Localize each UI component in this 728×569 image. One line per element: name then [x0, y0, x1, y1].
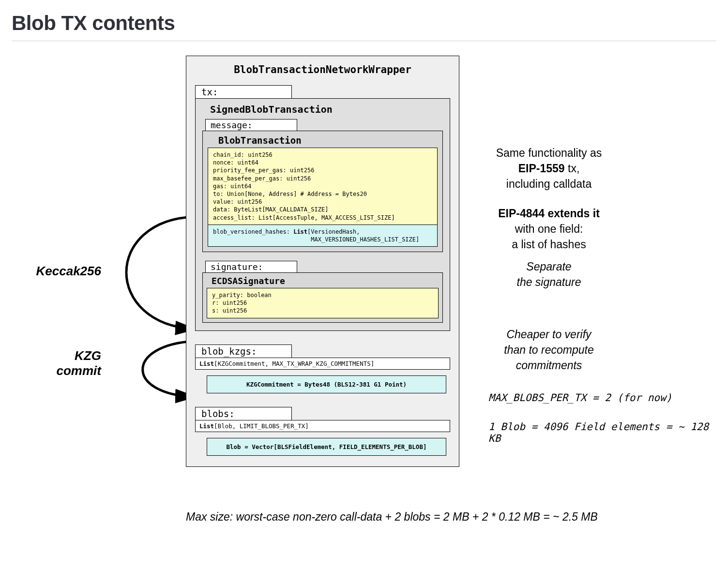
- note-text: the signature: [517, 276, 581, 288]
- ecdsa-box: ECDSASignature y_parity: boolean r: uint…: [202, 272, 443, 323]
- note-separate-sig: Separate the signature: [496, 259, 602, 290]
- note-text: Cheaper to verify: [506, 328, 591, 341]
- tx-label: tx:: [195, 85, 292, 99]
- ecdsa-title: ECDSASignature: [212, 276, 439, 286]
- blobtx-box: BlobTransaction chain_id: uint256 nonce:…: [202, 131, 443, 252]
- note-text: than to recompute: [504, 344, 593, 356]
- note-eip1559: Same functionality as EIP-1559 tx, inclu…: [476, 145, 622, 192]
- diagram-stage: Keccak256 KZG commit BlobTransactionNetw…: [12, 56, 716, 539]
- wrapper-box: BlobTransactionNetworkWrapper tx: Signed…: [186, 56, 459, 467]
- signature-label: signature:: [205, 261, 297, 273]
- blob-def: Blob = Vector[BLSFieldElement, FIELD_ELE…: [207, 438, 446, 456]
- note-eip4844: EIP-4844 extends it with one field: a li…: [476, 206, 622, 253]
- note-max-size: Max size: worst-case non-zero call-data …: [186, 510, 622, 524]
- note-text: including calldata: [506, 178, 592, 190]
- label-keccak256: Keccak256: [12, 264, 101, 279]
- note-bold: EIP-4844 extends it: [498, 207, 600, 220]
- note-text: Separate: [526, 260, 571, 273]
- note-cheaper-verify: Cheaper to verify than to recompute comm…: [481, 327, 617, 374]
- blob-kzgs-list: List[KZGCommitment, MAX_TX_WRAP_KZG_COMM…: [195, 358, 450, 370]
- message-label: message:: [205, 119, 297, 131]
- blobtx-hashes-field: blob_versioned_hashes: List[VersionedHas…: [208, 225, 438, 247]
- note-text: tx,: [565, 162, 580, 175]
- blobtx-title: BlobTransaction: [218, 135, 438, 146]
- note-max-blobs: MAX_BLOBS_PER_TX = 2 (for now): [488, 392, 672, 404]
- label-kzg-commit: KZG commit: [12, 348, 101, 378]
- kzg-commitment-def: KZGCommitment = Bytes48 (BLS12-381 G1 Po…: [207, 375, 446, 393]
- page-title: Blob TX contents: [12, 12, 716, 35]
- note-text: commitments: [516, 359, 582, 372]
- divider: [12, 41, 716, 41]
- note-text: with one field:: [515, 223, 583, 235]
- note-bold: EIP-1559: [518, 162, 565, 175]
- signed-box: SignedBlobTransaction message: BlobTrans…: [195, 98, 450, 331]
- note-text: a list of hashes: [512, 238, 586, 251]
- note-text: Same functionality as: [496, 147, 602, 159]
- blobtx-fields: chain_id: uint256 nonce: uint64 priority…: [208, 148, 438, 225]
- wrapper-title: BlobTransactionNetworkWrapper: [195, 64, 450, 75]
- signed-title: SignedBlobTransaction: [210, 104, 443, 115]
- blobs-label: blobs:: [195, 407, 292, 420]
- ecdsa-fields: y_parity: boolean r: uint256 s: uint256: [207, 288, 439, 318]
- blob-kzgs-label: blob_kzgs:: [195, 344, 292, 358]
- blobs-list: List[Blob, LIMIT_BLOBS_PER_TX]: [195, 420, 450, 432]
- note-blob-size: 1 Blob = 4096 Field elements = ~ 128 KB: [488, 421, 716, 444]
